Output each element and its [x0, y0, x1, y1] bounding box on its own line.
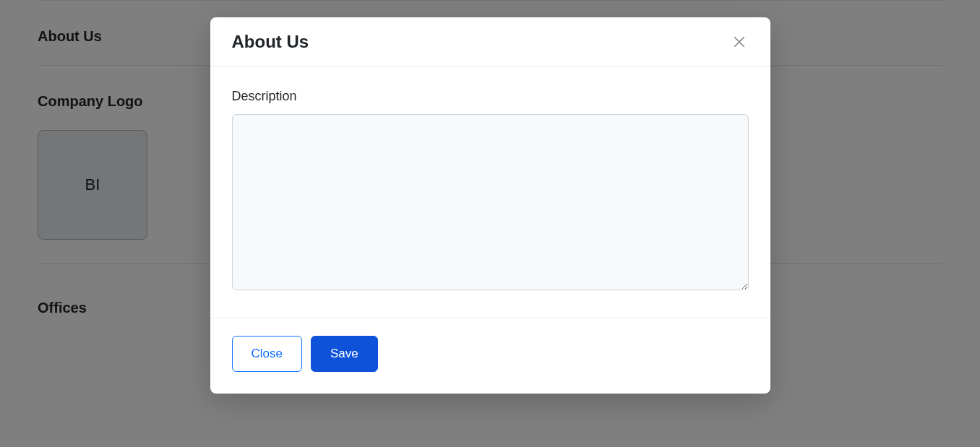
modal-footer: Close Save	[210, 318, 770, 394]
close-icon	[733, 35, 746, 48]
modal-close-button[interactable]	[730, 32, 749, 51]
modal-header: About Us	[210, 17, 770, 67]
close-button[interactable]: Close	[232, 336, 302, 372]
about-us-modal: About Us Description Close Save	[210, 17, 770, 394]
save-button[interactable]: Save	[311, 336, 378, 372]
description-textarea[interactable]	[232, 114, 749, 290]
modal-title: About Us	[232, 32, 309, 52]
description-label: Description	[232, 89, 749, 104]
modal-body: Description	[210, 67, 770, 318]
modal-backdrop[interactable]: About Us Description Close Save	[0, 0, 980, 447]
